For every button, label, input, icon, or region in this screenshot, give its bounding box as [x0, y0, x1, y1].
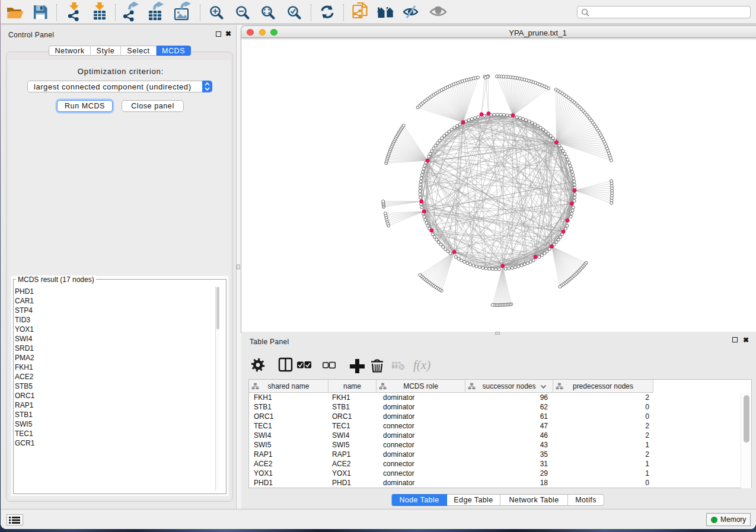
svg-text:f(x): f(x)	[413, 358, 430, 372]
